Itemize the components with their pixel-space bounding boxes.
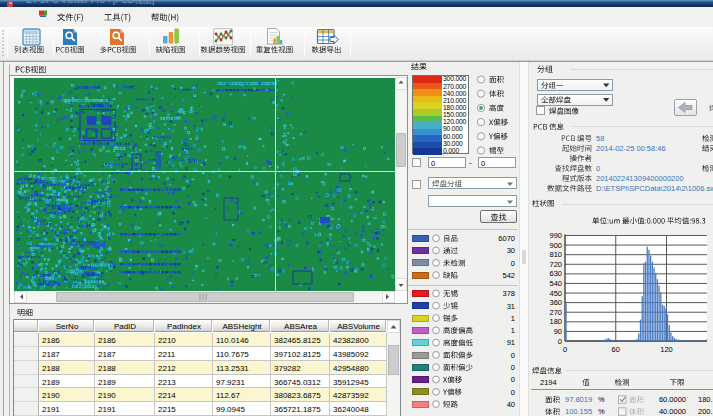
svg-text:720: 720 [549,260,562,269]
svg-text:0: 0 [558,337,562,346]
svg-text:990: 990 [549,231,562,240]
svg-text:0: 0 [563,345,567,354]
svg-text:810: 810 [549,250,562,259]
svg-text:60: 60 [612,345,620,354]
svg-text:900: 900 [549,241,562,250]
svg-text:450: 450 [549,289,562,298]
svg-text:180: 180 [549,317,562,326]
svg-text:270: 270 [549,308,562,317]
svg-text:90: 90 [554,327,562,336]
svg-text:540: 540 [549,279,562,288]
svg-text:630: 630 [549,269,562,278]
svg-text:360: 360 [549,298,562,307]
svg-text:120: 120 [660,345,673,354]
